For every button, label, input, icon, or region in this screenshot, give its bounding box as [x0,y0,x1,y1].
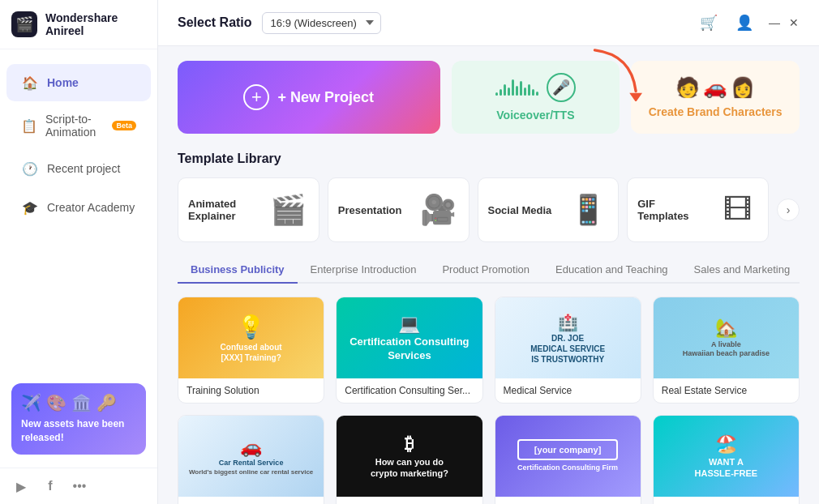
sidebar-item-recent[interactable]: 🕐 Recent project [6,150,151,187]
thumb-training-text: 💡 Confused about[XXX] Training? [214,306,289,369]
cat-gif-label: GIF Templates [637,198,702,222]
thumb-medical: 🏥 DR. JOEMEDICAL SERVICEIS TRUSTWORTHY [495,297,641,378]
sidebar-item-recent-label: Recent project [47,162,120,175]
sidebar-item-academy-label: Creator Academy [47,201,135,214]
close-button[interactable]: ✕ [788,17,800,28]
home-icon: 🏠 [21,74,39,92]
top-actions: + + New Project [178,61,800,134]
select-ratio-row: Select Ratio 16:9 (Widescreen) 4:3 1:1 9… [178,12,381,34]
select-ratio-label: Select Ratio [178,15,252,30]
character-icons: 🧑 🚗 👩 [675,76,755,99]
thumb-car: 🚗 Car Rental Service World's biggest onl… [178,416,324,497]
template-training[interactable]: 💡 Confused about[XXX] Training? Training… [178,297,324,404]
minimize-button[interactable]: — [769,17,780,28]
thumb-crypto-text: ₿ How can you docrypto marketing? [364,426,455,485]
template-car-name: Car Rental Service [178,497,324,504]
sidebar-nav: 🏠 Home 📋 Script-to-Animation Beta 🕐 Rece… [0,49,157,375]
tab-sales[interactable]: Sales and Marketing [681,257,804,284]
tab-enterprise[interactable]: Enterprise Introduction [298,257,430,284]
voiceover-label: Voiceover/TTS [496,109,574,122]
template-certification-name: Certification Consulting Ser... [337,378,482,403]
template-hassle[interactable]: 🏖️ WANT AHASSLE-FREE WANT A HASSLE-FREE.… [653,415,800,504]
cat-social-icon: 📱 [568,190,608,230]
voiceover-icon-group: 🎤 [495,73,576,102]
sidebar-item-script[interactable]: 📋 Script-to-Animation Beta [6,103,151,148]
template-crypto-name: How can you do crypto marketing? [337,497,482,504]
template-certification[interactable]: 💻 Certification ConsultingServices Certi… [336,297,482,404]
sidebar-item-home-label: Home [47,76,79,89]
user-icon[interactable]: 👤 [733,11,756,34]
thumb-real-estate: 🏡 A livableHawaiian beach paradise [654,297,799,378]
mic-icon: 🎤 [547,73,576,102]
brand-characters-label: Create Brand Characters [649,105,783,118]
new-project-label: + New Project [277,89,374,106]
cat-animated-icon: 🎬 [268,190,309,230]
sidebar-item-home[interactable]: 🏠 Home [6,64,151,101]
facebook-icon[interactable]: f [41,476,60,496]
sidebar-item-script-label: Script-to-Animation [45,113,107,139]
template-medical-name: Medical Service [495,378,641,403]
category-presentation[interactable]: Presentation 🎥 [328,177,470,242]
main-content: Select Ratio 16:9 (Widescreen) 4:3 1:1 9… [158,0,819,504]
cat-animated-label: Animated Explainer [188,198,253,222]
template-medical[interactable]: 🏥 DR. JOEMEDICAL SERVICEIS TRUSTWORTHY M… [495,297,641,404]
academy-icon: 🎓 [21,199,39,216]
voiceover-card[interactable]: 🎤 Voiceover/TTS [452,61,620,134]
template-hassle-name: WANT A HASSLE-FREE... [654,497,799,504]
cat-presentation-label: Presentation [338,204,402,216]
content-area: + + New Project [158,46,819,504]
new-project-button[interactable]: + + New Project [178,61,440,134]
tab-product[interactable]: Product Promotion [429,257,542,284]
main-header: Select Ratio 16:9 (Widescreen) 4:3 1:1 9… [158,0,819,46]
thumb-car-text: 🚗 Car Rental Service World's biggest onl… [182,429,319,484]
template-company[interactable]: [your company] Certification Consulting … [495,415,641,504]
app-logo: 🎬 [11,11,37,37]
window-controls: — ✕ [769,17,800,28]
sidebar-item-academy[interactable]: 🎓 Creator Academy [6,189,151,226]
category-gif[interactable]: GIF Templates 🎞 [627,177,769,242]
thumb-hassle-text: 🏖️ WANT AHASSLE-FREE [688,426,765,485]
sidebar-bottom: ✈️🎨🏛️🔑 New assets have been released! [0,375,157,468]
cat-presentation-icon: 🎥 [418,190,459,230]
tab-education[interactable]: Education and Teaching [542,257,681,284]
template-real-estate[interactable]: 🏡 A livableHawaiian beach paradise Real … [653,297,800,404]
recent-icon: 🕐 [21,160,39,177]
thumb-medical-text: 🏥 DR. JOEMEDICAL SERVICEIS TRUSTWORTHY [524,305,611,371]
category-social[interactable]: Social Media 📱 [478,177,620,242]
category-animated[interactable]: Animated Explainer 🎬 [178,177,319,242]
cat-social-label: Social Media [488,204,552,216]
thumb-company-text: [your company] Certification Consulting … [511,433,624,480]
cart-icon[interactable]: 🛒 [697,11,720,34]
template-car[interactable]: 🚗 Car Rental Service World's biggest onl… [178,415,324,504]
youtube-icon[interactable]: ▶ [11,476,31,496]
template-company-name: [your company] [495,497,641,504]
header-icons: 🛒 👤 — ✕ [697,11,800,34]
thumb-certification: 💻 Certification ConsultingServices [337,297,482,378]
template-tabs: Business Publicity Enterprise Introducti… [178,257,800,284]
template-training-name: Training Solution [178,378,324,403]
categories-next-arrow[interactable]: › [777,199,800,221]
thumb-hassle: 🏖️ WANT AHASSLE-FREE [654,416,799,497]
script-icon: 📋 [21,117,37,135]
app-title: Wondershare Anireel [45,11,146,37]
cat-gif-icon: 🎞 [718,190,758,230]
template-categories: Animated Explainer 🎬 Presentation 🎥 Soci… [178,177,800,242]
promo-card[interactable]: ✈️🎨🏛️🔑 New assets have been released! [11,383,146,455]
tab-business[interactable]: Business Publicity [178,257,298,284]
char-figure-3: 👩 [731,76,755,99]
char-figure-2: 🚗 [703,76,727,99]
beta-badge: Beta [112,121,136,130]
ratio-select[interactable]: 16:9 (Widescreen) 4:3 1:1 9:16 [262,12,381,34]
sidebar: 🎬 Wondershare Anireel 🏠 Home 📋 Script-to… [0,0,158,504]
more-icon[interactable]: ••• [70,476,89,496]
thumb-crypto: ₿ How can you docrypto marketing? [337,416,482,497]
thumb-training: 💡 Confused about[XXX] Training? [178,297,324,378]
promo-card-text: New assets have been released! [21,417,136,445]
thumb-certification-text: 💻 Certification ConsultingServices [343,306,475,369]
template-crypto[interactable]: ₿ How can you docrypto marketing? How ca… [336,415,482,504]
thumb-real-estate-text: 🏡 A livableHawaiian beach paradise [676,310,776,365]
template-real-estate-name: Real Estate Service [654,378,799,403]
sidebar-header: 🎬 Wondershare Anireel [0,0,157,49]
brand-characters-card[interactable]: 🧑 🚗 👩 Create Brand Characters [631,61,800,134]
char-figure-1: 🧑 [675,76,700,99]
